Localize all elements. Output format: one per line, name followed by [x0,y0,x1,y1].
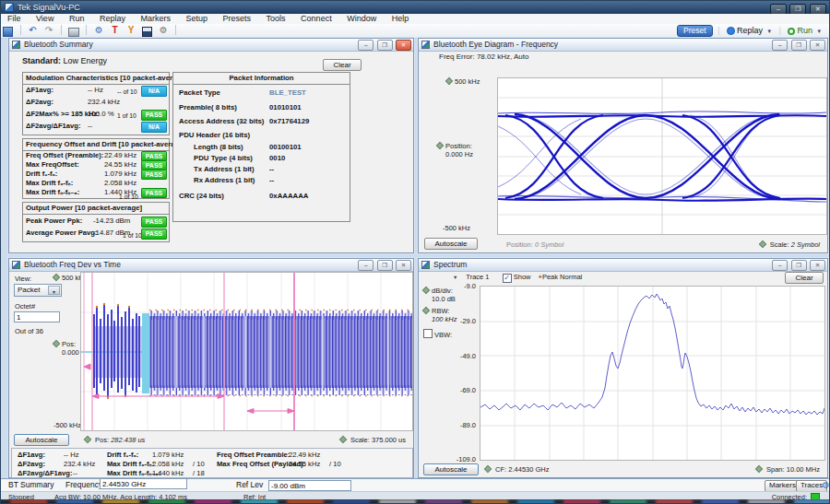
trace-mode-label[interactable]: +Peak Normal [539,273,583,281]
eye-y-top-label[interactable]: 500 kHz [455,77,480,86]
knob-icon[interactable] [84,436,91,443]
freqdev-titlebar[interactable]: Bluetooth Freq Dev vs Time – ❐ ✕ [9,259,413,272]
octet-input[interactable] [14,311,60,322]
settings-gear-icon[interactable]: ⚙ [822,480,830,490]
print-icon[interactable] [68,25,80,36]
knob-icon[interactable] [422,287,430,294]
replay-dropdown-icon[interactable]: ▾ [768,28,772,34]
eye-restore-button[interactable]: ❐ [791,40,807,51]
eye-x-position-label[interactable]: Position: [506,240,533,249]
preset-button[interactable]: Preset [677,25,713,37]
window-minimize-button[interactable]: – [770,4,787,15]
menu-view[interactable]: View [30,14,60,24]
menu-replay[interactable]: Replay [93,14,132,24]
knob-icon[interactable] [755,465,763,473]
trace-selector[interactable]: Trace 1 [466,273,489,281]
spectrum-titlebar[interactable]: Spectrum – ❐ ✕ [419,259,827,272]
show-checkbox[interactable]: ✓ [503,274,512,283]
acquire-icon[interactable] [141,25,153,36]
menu-file[interactable]: File [1,14,28,24]
eye-plot[interactable] [497,77,827,235]
knob-icon[interactable] [339,436,347,443]
vbw-checkbox[interactable] [423,329,433,338]
analysis-gear-icon[interactable]: ⚙ [158,25,170,36]
freqdev-autoscale-button[interactable]: Autoscale [14,434,69,446]
eye-close-button[interactable]: ✕ [810,40,825,51]
spectrum-close-button[interactable]: ✕ [810,260,825,271]
menu-tools[interactable]: Tools [260,14,292,24]
row-value: -- Hz [88,86,103,94]
spectrum-restore-button[interactable]: ❐ [791,260,807,271]
db-div-label[interactable]: dB/div: [432,287,453,295]
windows-taskbar[interactable] [1,499,829,504]
summary-restore-button[interactable]: ❐ [377,40,393,51]
span-label[interactable]: Span: [766,465,785,474]
menu-markers[interactable]: Markers [134,14,177,24]
menu-window[interactable]: Window [340,14,383,24]
freqdev-x-pos-value[interactable]: 282.438 us [111,436,145,444]
freqdev-restore-button[interactable]: ❐ [377,260,393,271]
summary-close-button[interactable]: ✕ [396,40,411,51]
eye-position-label[interactable]: Position: [445,142,472,150]
cf-value[interactable]: 2.44530 GHz [508,465,549,474]
knob-icon[interactable] [445,77,453,85]
run-dropdown-icon[interactable]: ▾ [817,28,821,34]
eye-autoscale-button[interactable]: Autoscale [424,238,478,250]
title-bar[interactable]: Tek SignalVu-PC – ❐ ✕ [1,1,829,14]
eye-scale-label[interactable]: Scale: [770,240,789,249]
eye-x-position-value[interactable]: 0 Symbol [535,240,563,249]
knob-icon[interactable] [484,465,492,473]
menu-connect[interactable]: Connect [294,14,338,24]
spectrum-clear-button[interactable]: Clear [785,272,824,284]
freqdev-pos-label[interactable]: Pos: [62,340,76,348]
menu-run[interactable]: Run [63,14,91,24]
view-dropdown[interactable]: Packet ▾ [14,284,62,297]
knob-icon[interactable] [53,274,60,281]
menu-help[interactable]: Help [385,14,416,24]
packet-value: -- [269,176,274,184]
summary-titlebar[interactable]: Bluetooth Summary – ❐ ✕ [9,39,413,52]
trigger-icon[interactable]: T [109,25,121,36]
menu-presets[interactable]: Presets [217,14,258,24]
spectrum-minimize-button[interactable]: – [772,260,788,271]
eye-minimize-button[interactable]: – [772,40,788,51]
standard-label: Standard: [22,56,61,65]
cf-label[interactable]: CF: [495,465,506,474]
chevron-down-icon[interactable]: ▾ [48,286,60,295]
spectrum-plot[interactable] [480,286,825,461]
replay-button[interactable]: Replay [737,26,763,35]
knob-icon[interactable] [758,240,765,248]
collapse-arrow-icon[interactable]: ▾ [454,274,456,280]
window-close-button[interactable]: ✕ [810,4,826,15]
eye-titlebar[interactable]: Bluetooth Eye Diagram - Frequency – ❐ ✕ [419,39,827,52]
knob-icon[interactable] [422,307,430,314]
freqdev-plot[interactable] [80,272,413,431]
redo-icon[interactable]: ↷ [43,25,55,36]
knob-icon[interactable] [53,340,60,347]
knob-icon[interactable] [436,142,444,149]
rbw-value[interactable]: 100 kHz [432,315,457,323]
span-value[interactable]: 10.00 MHz [787,465,820,474]
summary-minimize-button[interactable]: – [358,40,374,51]
rbw-label[interactable]: RBW: [432,307,449,315]
eye-scale-value[interactable]: 2 Symbol [791,240,820,249]
window-restore-button[interactable]: ❐ [789,4,806,15]
frequency-input[interactable] [100,478,187,489]
settings-gear-icon[interactable]: ⚙ [93,25,105,36]
freqdev-x-pos-label[interactable]: Pos: [95,436,109,444]
antenna-icon[interactable]: Y [125,25,137,36]
eye-position-value[interactable]: 0.000 Hz [445,150,473,158]
freqdev-scale-value[interactable]: 375.000 us [372,436,406,444]
run-button[interactable]: Run [797,26,812,35]
freqdev-minimize-button[interactable]: – [358,260,374,271]
ref-lev-input[interactable] [268,480,351,491]
spectrum-autoscale-button[interactable]: Autoscale [423,463,479,475]
freqdev-close-button[interactable]: ✕ [396,260,411,271]
summary-clear-button[interactable]: Clear [323,59,362,71]
pass-badge: PASS [141,229,167,240]
menu-setup[interactable]: Setup [180,14,215,24]
undo-icon[interactable]: ↶ [27,25,39,36]
save-icon[interactable] [2,25,14,36]
db-div-value[interactable]: 10.0 dB [432,295,456,303]
freqdev-scale-label[interactable]: Scale: [350,436,370,444]
